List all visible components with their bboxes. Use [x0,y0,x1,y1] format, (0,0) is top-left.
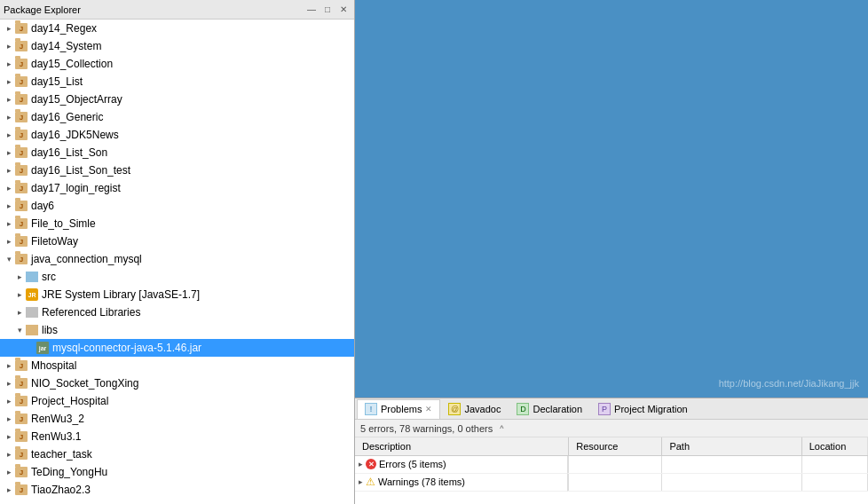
tab-javadoc-icon: @ [448,403,461,415]
tree-item-day16_Generic[interactable]: J day16_Generic [0,108,354,126]
tree-item-day16_JDK5News[interactable]: J day16_JDK5News [0,126,354,144]
tree-item-NIO_Socket_TongXing[interactable]: J NIO_Socket_TongXing [0,374,354,392]
tree-item-teacher_task[interactable]: J teacher_task [0,445,354,463]
status-text: 5 errors, 78 warnings, 0 others [360,423,493,434]
panel-header: Package Explorer — □ ✕ [0,0,354,20]
warnings-label: Warnings (78 items) [378,476,465,487]
bottom-tabs: ! Problems ✕ @ Javadoc D Declaration P [355,398,868,420]
jre-icon: JR [25,287,39,302]
project-icon: J [14,57,28,71]
tab-problems[interactable]: ! Problems ✕ [357,399,440,419]
expand-arrow [4,41,14,51]
col-header-location: Location [801,437,867,455]
tree-item-day15_List[interactable]: J day15_List [0,73,354,91]
expand-errors-arrow[interactable]: ▸ [359,460,363,469]
expand-warnings-arrow[interactable]: ▸ [359,477,363,486]
tab-close-icon[interactable]: ✕ [425,405,432,413]
tree-item-mysql-jar[interactable]: jar mysql-connector-java-5.1.46.jar [0,339,354,357]
tree-item-libs[interactable]: libs [0,321,354,339]
expand-arrow [4,413,14,424]
tab-declaration-label: Declaration [533,404,582,414]
tab-javadoc-label: Javadoc [464,404,501,414]
tree-item-day14_Regex[interactable]: J day14_Regex [0,20,354,37]
expand-arrow [4,236,14,247]
tab-declaration[interactable]: D Declaration [509,399,590,419]
project-icon: J [14,92,28,106]
collapse-arrow[interactable]: ^ [500,424,503,433]
expand-arrow [4,59,14,69]
item-label: Mhospital [31,359,76,372]
item-label: FiletoWay [31,235,78,248]
minimize-icon[interactable]: — [304,3,319,17]
item-label: RenWu3.1 [31,430,81,443]
errors-label: Errors (5 items) [379,459,446,469]
tree-item-TeDing_YongHu[interactable]: J TeDing_YongHu [0,463,354,481]
item-label: src [42,271,56,283]
tab-javadoc[interactable]: @ Javadoc [440,399,509,419]
expand-arrow [4,201,14,211]
item-label: NIO_Socket_TongXing [31,377,138,390]
item-label: day15_ObjectArray [31,93,122,106]
problems-table: Description Resource Path Location ▸ ✕ [355,437,868,492]
project-icon: J [14,181,28,195]
tree-item-java_connection_mysql[interactable]: J java_connection_mysql [0,250,354,268]
tree-item-File_to_Simle[interactable]: J File_to_Simle [0,215,354,232]
tree-item-src[interactable]: src [0,268,354,286]
tab-migration[interactable]: P Project Migration [590,399,696,419]
item-label: day16_List_Son_test [31,164,130,177]
tree-item-Mhospital[interactable]: J Mhospital [0,357,354,374]
status-bar: 5 errors, 78 warnings, 0 others ^ [355,420,868,437]
close-icon[interactable]: ✕ [336,3,351,17]
expand-arrow [4,449,14,460]
project-icon: J [14,39,28,53]
tab-migration-icon: P [598,403,611,415]
item-label: RenWu3_2 [31,413,84,425]
item-label: day6 [31,200,54,212]
item-label: teacher_task [31,448,92,461]
project-icon: J [14,483,28,497]
item-label: day14_Regex [31,22,97,35]
expand-arrow [4,360,14,371]
table-row-warnings[interactable]: ▸ ⚠ Warnings (78 items) [355,474,868,492]
tree-item-day15_ObjectArray[interactable]: J day15_ObjectArray [0,91,354,108]
expand-arrow [4,112,14,122]
col-header-resource: Resource [569,437,662,455]
tree-item-day14_System[interactable]: J day14_System [0,37,354,55]
expand-arrow [4,396,14,406]
expand-arrow [4,431,14,442]
expand-arrow [4,218,14,229]
tree-item-day16_List_Son_test[interactable]: J day16_List_Son_test [0,161,354,179]
project-icon: J [14,376,28,390]
item-label: day14_System [31,40,101,52]
tree-item-jre[interactable]: JR JRE System Library [JavaSE-1.7] [0,286,354,303]
maximize-icon[interactable]: □ [320,3,335,17]
tree-item-day6[interactable]: J day6 [0,197,354,215]
item-label: TiaoZhao2.3 [31,484,91,496]
project-icon: J [14,146,28,160]
tab-declaration-icon: D [517,403,529,415]
table-row-errors[interactable]: ▸ ✕ Errors (5 items) [355,455,868,474]
problems-table-container: Description Resource Path Location ▸ ✕ [355,437,868,504]
tree-item-FiletoWay[interactable]: J FiletoWay [0,232,354,250]
tree-item-day17_login_regist[interactable]: J day17_login_regist [0,179,354,197]
item-label: libs [42,324,58,336]
project-icon: J [14,447,28,461]
warning-icon: ⚠ [366,476,375,488]
jar-icon: jar [36,341,50,355]
expand-arrow [4,467,14,477]
project-icon: J [14,199,28,213]
tree-item-day16_List_Son[interactable]: J day16_List_Son [0,144,354,161]
project-icon: J [14,75,28,89]
tree-item-TiaoZhao2.3[interactable]: J TiaoZhao2.3 [0,481,354,499]
tree-item-RenWu3_2[interactable]: J RenWu3_2 [0,410,354,428]
item-label: java_connection_mysql [31,253,142,265]
tree-item-RenWu3.1[interactable]: J RenWu3.1 [0,428,354,445]
item-label: TeDing_YongHu [31,466,107,478]
tree-item-reflibrary[interactable]: Referenced Libraries [0,303,354,321]
project-icon: J [14,128,28,142]
expand-arrow [4,378,14,389]
tree-item-day15_Collection[interactable]: J day15_Collection [0,55,354,73]
reflibrary-icon [25,305,39,319]
project-icon: J [14,21,28,35]
tree-item-Project_Hospital[interactable]: J Project_Hospital [0,392,354,410]
